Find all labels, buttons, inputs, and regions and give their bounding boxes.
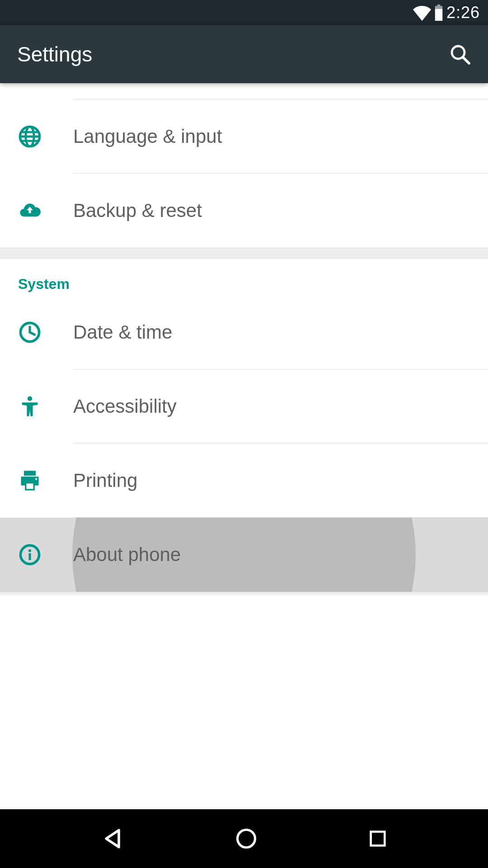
globe-icon [18,125,73,148]
status-time: 2:26 [446,3,480,22]
settings-item-label: Printing [73,470,137,491]
settings-item-accessibility[interactable]: Accessibility [0,369,488,443]
nav-back-button[interactable] [100,826,125,851]
section-gap [0,248,488,259]
app-bar: Settings [0,25,488,83]
printer-icon [18,469,73,492]
section-gap [0,592,488,595]
svg-rect-3 [435,9,442,21]
svg-point-17 [28,549,31,552]
info-icon [18,543,73,566]
settings-item-language-input[interactable]: Language & input [0,99,488,174]
search-icon[interactable] [449,43,471,65]
settings-item-printing[interactable]: Printing [0,443,488,518]
settings-item-about-phone[interactable]: About phone [0,518,488,592]
svg-line-11 [30,332,34,335]
svg-point-15 [35,478,37,480]
settings-item-label: About phone [73,544,181,566]
settings-item-label: Backup & reset [73,200,202,222]
status-bar: 2:26 [0,0,488,25]
nav-recent-button[interactable] [367,828,388,849]
svg-rect-14 [26,484,33,489]
settings-item-date-time[interactable]: Date & time [0,295,488,369]
settings-item-backup-reset[interactable]: Backup & reset [0,174,488,248]
settings-item-label: Accessibility [73,396,177,417]
battery-icon [434,5,444,21]
navigation-bar [0,809,488,868]
svg-rect-18 [28,553,31,560]
clock-icon [18,321,73,344]
wifi-icon [413,4,431,22]
svg-rect-1 [437,5,441,6]
svg-point-19 [238,830,255,848]
settings-item-label: Date & time [73,321,172,343]
svg-rect-20 [371,832,385,846]
accessibility-icon [18,395,73,418]
section-header-system: System [0,259,488,295]
screen: 2:26 Settings Language & input [0,0,488,868]
svg-line-5 [463,57,469,63]
list-divider [0,83,488,99]
cloud-upload-icon [18,199,73,222]
settings-list[interactable]: Language & input Backup & reset System [0,83,488,809]
svg-point-12 [28,396,32,401]
svg-rect-13 [24,471,36,476]
nav-home-button[interactable] [235,827,258,850]
page-title: Settings [17,42,92,66]
status-icons: 2:26 [413,3,480,22]
settings-item-label: Language & input [73,126,222,147]
